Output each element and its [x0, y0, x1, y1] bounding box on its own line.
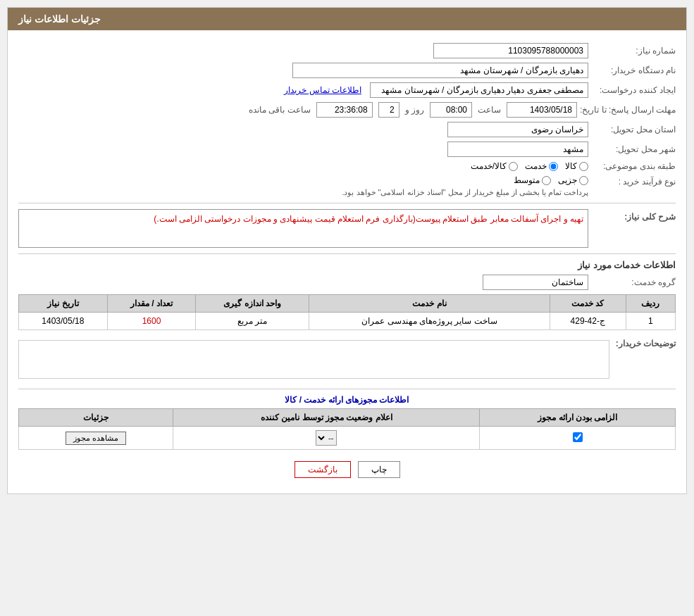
sharh-value: تهیه و اجرای آسفالت معابر طبق استعلام پی… — [18, 209, 588, 248]
nam-dastgah-value: دهیاری بازمرگان / شهرستان مشهد — [292, 63, 588, 78]
saat-value: 08:00 — [430, 102, 472, 118]
services-title: اطلاعات خدمات مورد نیاز — [18, 260, 676, 270]
perm-col-status: اعلام وضعیت مجوز توسط نامین کننده — [173, 409, 480, 427]
roz-value: 2 — [378, 102, 399, 118]
shomara-niaz-label: شماره نیاز: — [591, 46, 676, 56]
saat-mande-value: 23:36:08 — [316, 102, 373, 118]
col-unit: واحد اندازه گیری — [196, 295, 309, 313]
grooh-khedmat-label: گروه خدمت: — [591, 277, 676, 287]
radio-motevaset[interactable]: متوسط — [514, 175, 551, 185]
mohlet-ersal-label: مهلت ارسال پاسخ: تا تاریخ: — [580, 105, 676, 115]
radio-kala[interactable]: کالا — [565, 161, 588, 171]
ijad-konande-value: مصطفی جعفری دهیار دهیاری بازمرگان / شهرس… — [370, 82, 588, 98]
back-button[interactable]: بازگشت — [295, 461, 351, 478]
tossiyat-value — [18, 340, 609, 379]
perm-title: اطلاعات مجوزهای ارائه خدمت / کالا — [18, 395, 676, 405]
perm-row: -- مشاهده مجوز — [19, 427, 676, 450]
tarikh-value: 1403/05/18 — [507, 102, 577, 118]
col-amount: تعداد / مقدار — [107, 295, 196, 313]
perm-col-details: جزئیات — [19, 409, 173, 427]
shomara-niaz-value: 1103095788000003 — [433, 43, 588, 58]
table-row: 1ج-42-429ساخت سایر پروژه‌های مهندسی عمرا… — [19, 313, 676, 330]
grooh-khedmat-value: ساختمان — [483, 275, 588, 290]
sharh-label: شرح کلی نیاز: — [591, 209, 676, 222]
col-radif: ردیف — [626, 295, 675, 313]
ostan-label: استان محل تحویل: — [591, 125, 676, 134]
tabaghebandi-label: طبقه بندی موضوعی: — [591, 161, 676, 171]
ettelaat-tamas-link[interactable]: اطلاعات تماس خریدار — [284, 85, 361, 95]
perm-elzami-cell — [480, 427, 676, 450]
col-code: کد خدمت — [550, 295, 626, 313]
perm-status-cell: -- — [173, 427, 480, 450]
perm-checkbox[interactable] — [573, 432, 583, 442]
saat-mande-label: ساعت باقی مانده — [249, 105, 311, 115]
shahr-label: شهر محل تحویل: — [591, 144, 676, 154]
radio-jozei[interactable]: جزیی — [558, 175, 588, 185]
radio-kala-khedmat[interactable]: کالا/خدمت — [471, 161, 518, 171]
ijad-konande-label: ایجاد کننده درخواست: — [591, 85, 676, 95]
ostan-value: خراسان رضوی — [447, 122, 588, 137]
page-header: جزئیات اطلاعات نیاز — [8, 8, 686, 30]
roz-label: روز و — [405, 105, 424, 115]
farayand-description: پرداخت تمام یا بخشی از مبلغ خریدار از مح… — [342, 188, 588, 197]
perm-status-select[interactable]: -- — [316, 430, 337, 446]
services-table: ردیف کد خدمت نام خدمت واحد اندازه گیری ت… — [18, 294, 676, 330]
col-name: نام خدمت — [309, 295, 550, 313]
print-button[interactable]: چاپ — [358, 461, 400, 478]
radio-khedmat[interactable]: خدمت — [525, 161, 558, 171]
shahr-value: مشهد — [447, 142, 588, 157]
page-title: جزئیات اطلاعات نیاز — [18, 13, 101, 25]
perm-details-cell: مشاهده مجوز — [19, 427, 173, 450]
tossiyat-label: توضیحات خریدار: — [612, 336, 676, 348]
perm-table: الزامی بودن ارائه مجوز اعلام وضعیت مجوز … — [18, 408, 676, 450]
nam-dastgah-label: نام دستگاه خریدار: — [591, 65, 676, 75]
perm-col-elzami: الزامی بودن ارائه مجوز — [480, 409, 676, 427]
view-perm-button[interactable]: مشاهده مجوز — [66, 432, 126, 445]
saat-label: ساعت — [478, 105, 501, 115]
col-date: تاریخ نیاز — [19, 295, 108, 313]
noe-farayand-label: نوع فرآیند خرید : — [591, 175, 676, 187]
